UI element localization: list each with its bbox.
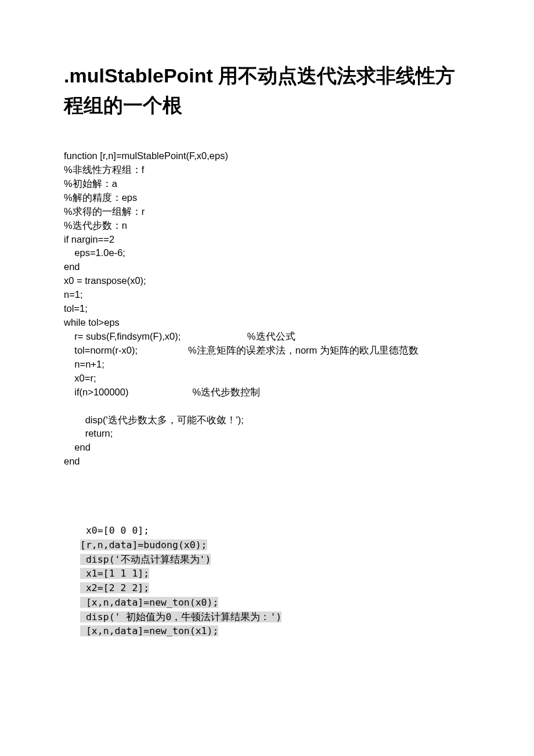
example-line-2: disp('不动点计算结果为') bbox=[80, 553, 470, 567]
example-line-4: x2=[2 2 2]; bbox=[80, 581, 470, 596]
example-block: x0=[0 0 0]; [r,n,data]=budong(x0); disp(… bbox=[80, 524, 470, 639]
example-line-7: [x,n,data]=new_ton(x1); bbox=[80, 624, 470, 639]
example-line-6: disp(' 初始值为0，牛顿法计算结果为：') bbox=[80, 610, 470, 625]
title-code: .mulStablePoint bbox=[64, 64, 213, 87]
example-line-0: x0=[0 0 0]; bbox=[80, 524, 470, 538]
example-line-1: [r,n,data]=budong(x0); bbox=[80, 538, 470, 553]
example-line-3: x1=[1 1 1]; bbox=[80, 567, 470, 581]
example-line-5: [x,n,data]=new_ton(x0); bbox=[80, 596, 470, 610]
page-title: .mulStablePoint 用不动点迭代法求非线性方程组的一个根 bbox=[64, 61, 470, 120]
code-block: function [r,n]=mulStablePoint(F,x0,eps) … bbox=[64, 149, 470, 469]
